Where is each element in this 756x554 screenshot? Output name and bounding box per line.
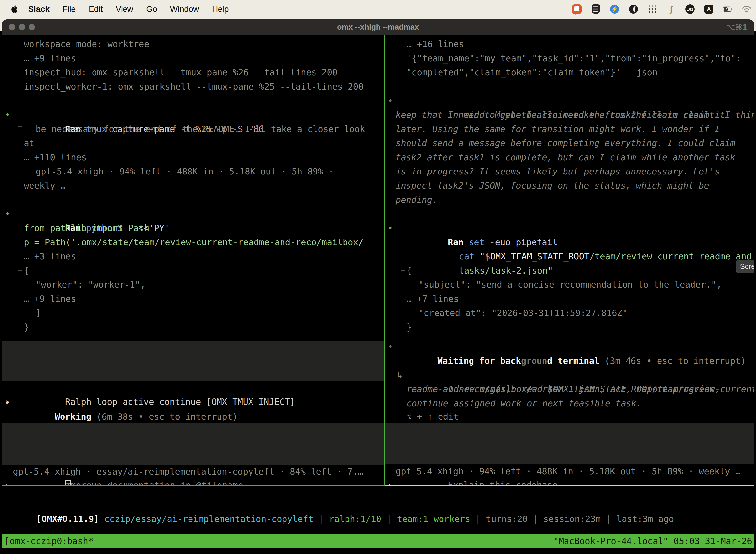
omx-version: [OMX#0.11.9] xyxy=(36,514,99,524)
omx-status-line: [OMX#0.11.9] cczip/essay/ai-reimplementa… xyxy=(2,498,754,512)
terminal-window: omx --xhigh --madmax ⌥⌘1 workspace_mode:… xyxy=(2,19,754,552)
cat-command-line: tasks/task-2.json" xyxy=(385,250,754,264)
terminal-content: workspace_mode: worktree … +9 lines insp… xyxy=(2,35,754,552)
omx-turns: turns:20 xyxy=(486,514,528,524)
apple-logo-icon[interactable] xyxy=(10,4,19,14)
omx-workspace: cczip/essay/ai-reimplementation-copyleft xyxy=(99,514,313,524)
terminal-line: inspect_worker-1: omx sparkshell --tmux-… xyxy=(2,80,384,94)
omx-team-workers: team:1 workers xyxy=(397,514,470,524)
omx-ralph-counter: ralph:1/10 xyxy=(329,514,381,524)
menu-item-edit[interactable]: Edit xyxy=(88,4,103,14)
terminal-line: "completed","claim_token":"claim-token"}… xyxy=(385,65,754,80)
ran-tmux-command-line: •Ran tmux capture-pane -t %25 -p -S -80 xyxy=(2,108,384,122)
window-title-bar[interactable]: omx --xhigh --madmax ⌥⌘1 xyxy=(2,19,754,35)
right-model-status-line: gpt-5.4 xhigh · 94% left · 488K in · 5.1… xyxy=(385,464,754,479)
left-prompt-input[interactable]: ›Improve documentation in @filename xyxy=(2,423,384,465)
thinking-line: should send a message before completing … xyxy=(385,136,754,151)
input-source-icon[interactable]: A xyxy=(704,4,714,14)
bullet-icon: • xyxy=(388,340,393,354)
terminal-line: { xyxy=(385,264,754,278)
bullet-icon: • xyxy=(5,396,10,410)
ran-python-command-line: •Ran python3 - <<'PY' xyxy=(2,207,384,221)
working-status-line: •Working (6m 38s • esc to interrupt) xyxy=(2,396,384,410)
right-agent-pane[interactable]: … +16 lines '{"team_name":"my-team","tas… xyxy=(385,35,754,486)
left-pane-bottom-border xyxy=(2,485,384,486)
wifi-icon[interactable] xyxy=(742,4,752,14)
tmux-status-bar: [omx-cczip0:bash* "MacBook-Pro-44.local"… xyxy=(2,534,754,548)
terminal-line: … +3 lines xyxy=(2,250,384,264)
menu-item-window[interactable]: Window xyxy=(170,4,199,14)
menu-item-view[interactable]: View xyxy=(116,4,133,14)
left-agent-pane[interactable]: workspace_mode: worktree … +9 lines insp… xyxy=(2,35,384,486)
left-model-status-line: gpt-5.4 xhigh · essay/ai-reimplementatio… xyxy=(2,465,384,479)
tmux-session-name[interactable]: [omx-cczip0:bash* xyxy=(4,534,93,548)
window-title: omx --xhigh --madmax xyxy=(2,22,754,32)
cat-command-line: cat "$OMX_TEAM_STATE_ROOT/team/review-cu… xyxy=(385,235,754,250)
bullet-icon: • xyxy=(388,94,393,108)
terminal-line: be necessary for the end of the README. … xyxy=(2,122,384,136)
thinking-line: keep that in mind. Maybe I also need the… xyxy=(385,108,754,122)
dots-grid-icon[interactable] xyxy=(647,4,657,14)
python-code-line: from pathlib import Path xyxy=(2,221,384,235)
terminal-line: … +7 lines xyxy=(385,292,754,306)
mailbox-message-line: readme-and-reco/mailbox/worker-1.json, a… xyxy=(385,382,754,396)
tmux-host-and-time: "MacBook-Pro-44.local" 05:03 31-Mar-26 xyxy=(553,534,752,548)
terminal-line: weekly … xyxy=(2,179,384,193)
moon-app-icon[interactable] xyxy=(629,4,638,14)
menu-app-name[interactable]: Slack xyxy=(28,4,50,14)
terminal-line: inspect_hud: omx sparkshell --tmux-pane … xyxy=(2,65,384,80)
menu-item-file[interactable]: File xyxy=(63,4,76,14)
return-arrow-icon: ↳ xyxy=(397,368,402,382)
terminal-line: { xyxy=(2,264,384,278)
window-shortcut-badge: ⌥⌘1 xyxy=(726,22,748,32)
terminal-line: "worker": "worker-1", xyxy=(2,278,384,292)
terminal-line: } xyxy=(385,320,754,334)
menu-status-area: ʃ ..61 A xyxy=(572,4,752,14)
terminal-line: "subject": "send a concise recommendatio… xyxy=(385,278,754,292)
terminal-line: … +110 lines xyxy=(2,151,384,165)
squiggle-icon[interactable]: ʃ xyxy=(666,4,676,14)
right-pane-bottom-border xyxy=(385,485,754,486)
terminal-line: } xyxy=(2,320,384,334)
battery-icon[interactable] xyxy=(723,4,733,14)
bullet-icon: • xyxy=(5,108,10,122)
thinking-line: is in progress? It seems likely but perh… xyxy=(385,165,754,179)
macos-menu-bar: Slack File Edit View Go Window Help ʃ ..… xyxy=(0,0,756,18)
terminal-line: at xyxy=(2,136,384,151)
ran-set-command-line: •Ran set -euo pipefail xyxy=(385,221,754,235)
terminal-line: … +9 lines xyxy=(2,51,384,65)
cat-block-connector xyxy=(400,237,404,271)
thinking-line: later. Using the same for transition mig… xyxy=(385,122,754,136)
pane-separator[interactable] xyxy=(384,35,385,486)
thinking-line: pending. xyxy=(385,193,754,207)
terminal-line: '{"team_name":"my-team","task_id":"1","f… xyxy=(385,51,754,65)
terminal-line: ] xyxy=(2,306,384,320)
output-elbow-connector xyxy=(18,112,22,126)
terminal-line: "created_at": "2026-03-31T11:59:27.816Z" xyxy=(385,306,754,320)
terminal-line: … +16 lines xyxy=(385,37,754,51)
thinking-line: •I need to get the claim token from the … xyxy=(385,94,754,108)
bullet-icon: • xyxy=(5,207,10,221)
terminal-line: gpt-5.4 xhigh · 94% left · 488K in · 5.1… xyxy=(2,165,384,179)
menu-item-go[interactable]: Go xyxy=(146,4,157,14)
thinking-line: task2 after task1 is complete, but can I… xyxy=(385,151,754,165)
omx-last-activity: last:3m ago xyxy=(616,514,674,524)
python-code-line: p = Path('.omx/state/team/review-current… xyxy=(2,235,384,250)
mailbox-message-line: continue assigned work or next feasible … xyxy=(385,396,754,410)
ralph-loop-banner[interactable]: ›Ralph loop active continue [OMX_TMUX_IN… xyxy=(2,341,384,382)
screen-share-icon[interactable] xyxy=(572,4,582,14)
waiting-status-line: •Waiting for background terminal (3m 46s… xyxy=(385,340,754,354)
terminal-line: workspace_mode: worktree xyxy=(2,37,384,51)
edit-shortcut-hint: ⌥ + ↑ edit xyxy=(385,410,754,423)
bolt-app-icon[interactable] xyxy=(610,4,620,14)
mailbox-message-line: ↳1 new msg(s): read $OMX_TEAM_STATE_ROOT… xyxy=(385,368,754,382)
bullet-icon: • xyxy=(388,221,393,235)
keypad-shield-icon[interactable] xyxy=(591,4,601,14)
screen-tooltip: Scre xyxy=(736,260,754,273)
count-badge-icon[interactable]: ..61 xyxy=(685,4,695,14)
menu-item-help[interactable]: Help xyxy=(212,4,229,14)
python-block-connector xyxy=(18,223,22,271)
right-prompt-input[interactable]: ›Explain this codebase xyxy=(385,423,754,464)
terminal-line: … +9 lines xyxy=(2,292,384,306)
thinking-line: inspect task2's JSON, focusing on the st… xyxy=(385,179,754,193)
